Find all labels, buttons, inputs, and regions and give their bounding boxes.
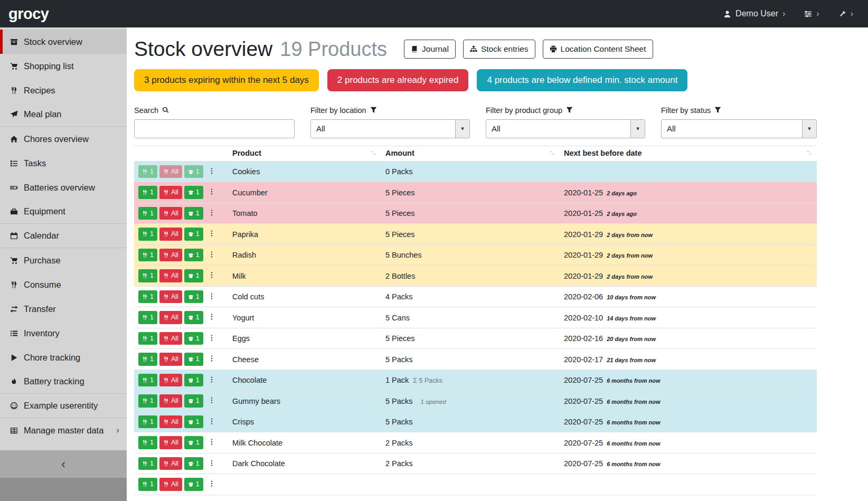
sidebar-item-chore-tracking[interactable]: Chore tracking xyxy=(0,345,127,370)
sidebar-item-calendar[interactable]: Calendar xyxy=(0,224,127,248)
sidebar-item-inventory[interactable]: Inventory xyxy=(0,321,127,345)
settings-menu[interactable] xyxy=(804,9,819,18)
consume-one-button[interactable]: 1 xyxy=(138,311,157,324)
consume-one-button[interactable]: 1 xyxy=(138,436,157,449)
row-menu-button[interactable] xyxy=(206,333,217,344)
row-menu-button[interactable] xyxy=(206,229,217,240)
row-menu-button[interactable] xyxy=(206,187,217,198)
sidebar-item-shopping-list[interactable]: Shopping list xyxy=(0,54,127,78)
sidebar-item-tasks[interactable]: Tasks xyxy=(0,151,127,175)
amount-column-header[interactable]: Amount xyxy=(381,146,560,161)
consume-one-button[interactable]: 1 xyxy=(138,165,157,178)
consume-one-button[interactable]: 1 xyxy=(138,478,157,491)
row-menu-button[interactable] xyxy=(206,208,217,219)
consume-one-button[interactable]: 1 xyxy=(138,374,157,387)
user-menu[interactable]: Demo User xyxy=(723,9,785,18)
search-input[interactable] xyxy=(134,119,295,138)
row-menu-button[interactable] xyxy=(206,166,217,177)
grocy-logo[interactable]: grocy xyxy=(8,5,49,23)
sidebar-item-manage-master-data[interactable]: Manage master data xyxy=(0,418,127,442)
utensils-icon xyxy=(163,294,169,300)
consume-one-button[interactable]: 1 xyxy=(138,290,157,304)
open-one-button[interactable]: 1 xyxy=(184,311,203,324)
consume-all-button[interactable]: All xyxy=(159,478,182,491)
row-menu-button[interactable] xyxy=(206,458,217,469)
row-menu-button[interactable] xyxy=(206,375,217,386)
consume-all-button[interactable]: All xyxy=(159,353,182,366)
consume-one-button[interactable]: 1 xyxy=(138,394,157,408)
consume-all-button[interactable]: All xyxy=(159,457,182,470)
row-menu-button[interactable] xyxy=(206,291,217,303)
consume-all-button[interactable]: All xyxy=(159,374,182,387)
consume-one-button[interactable]: 1 xyxy=(138,249,157,262)
consume-all-button[interactable]: All xyxy=(159,207,182,220)
open-one-button[interactable]: 1 xyxy=(184,394,203,408)
sidebar-item-equipment[interactable]: Equipment xyxy=(0,200,127,224)
consume-one-button[interactable]: 1 xyxy=(138,457,157,470)
sidebar-item-transfer[interactable]: Transfer xyxy=(0,297,127,321)
sidebar-item-meal-plan[interactable]: Meal plan xyxy=(0,102,127,127)
best-before-column-header[interactable]: Next best before date xyxy=(560,146,817,161)
consume-one-button[interactable]: 1 xyxy=(138,228,157,241)
open-one-button[interactable]: 1 xyxy=(184,478,203,491)
consume-one-button[interactable]: 1 xyxy=(138,332,157,345)
consume-all-button[interactable]: All xyxy=(159,394,182,408)
open-one-button[interactable]: 1 xyxy=(184,249,203,262)
consume-one-button[interactable]: 1 xyxy=(138,269,157,282)
sidebar-item-recipes[interactable]: Recipes xyxy=(0,78,127,102)
consume-all-button[interactable]: All xyxy=(159,332,182,345)
location-content-sheet-button[interactable]: Location Content Sheet xyxy=(543,40,653,59)
sidebar-item-purchase[interactable]: Purchase xyxy=(0,248,127,272)
row-menu-button[interactable] xyxy=(206,354,217,365)
open-one-button[interactable]: 1 xyxy=(184,353,203,366)
sidebar-item-stock-overview[interactable]: Stock overview xyxy=(0,30,127,54)
sidebar-collapse-button[interactable] xyxy=(0,450,127,478)
consume-one-button[interactable]: 1 xyxy=(138,207,157,220)
product-group-filter-select[interactable]: All xyxy=(486,120,645,138)
alert-expiring-soon[interactable]: 3 products expiring within the next 5 da… xyxy=(134,69,319,91)
consume-all-button[interactable]: All xyxy=(159,436,182,449)
row-menu-button[interactable] xyxy=(206,270,217,281)
status-filter-select[interactable]: All xyxy=(662,120,816,138)
open-one-button[interactable]: 1 xyxy=(184,228,203,241)
open-one-button[interactable]: 1 xyxy=(184,436,203,449)
open-one-button[interactable]: 1 xyxy=(184,269,203,282)
consume-all-button[interactable]: All xyxy=(159,249,182,262)
row-menu-button[interactable] xyxy=(206,479,217,490)
consume-one-button[interactable]: 1 xyxy=(138,415,157,429)
row-menu-button[interactable] xyxy=(206,437,217,448)
consume-all-button[interactable]: All xyxy=(159,415,182,429)
open-one-button[interactable]: 1 xyxy=(184,165,203,178)
open-one-button[interactable]: 1 xyxy=(184,415,203,429)
row-menu-button[interactable] xyxy=(206,417,217,428)
row-menu-button[interactable] xyxy=(206,250,217,261)
admin-menu[interactable] xyxy=(838,9,853,18)
open-one-button[interactable]: 1 xyxy=(184,186,203,199)
open-one-button[interactable]: 1 xyxy=(184,332,203,345)
sidebar-item-example-userentity[interactable]: Example userentity xyxy=(0,394,127,418)
stock-entries-button[interactable]: Stock entries xyxy=(463,40,535,59)
sidebar-item-battery-tracking[interactable]: Battery tracking xyxy=(0,370,127,394)
product-column-header[interactable]: Product xyxy=(228,146,381,161)
open-one-button[interactable]: 1 xyxy=(184,457,203,470)
consume-one-button[interactable]: 1 xyxy=(138,186,157,199)
sidebar-item-consume[interactable]: Consume xyxy=(0,272,127,297)
alert-expired[interactable]: 2 products are already expired xyxy=(327,69,469,91)
open-one-button[interactable]: 1 xyxy=(184,374,203,387)
consume-all-button[interactable]: All xyxy=(159,186,182,199)
journal-button[interactable]: Journal xyxy=(404,40,456,59)
consume-all-button[interactable]: All xyxy=(159,228,182,241)
consume-all-button[interactable]: All xyxy=(159,269,182,282)
location-filter-select[interactable]: All xyxy=(311,120,469,138)
consume-all-button[interactable]: All xyxy=(159,311,182,324)
alert-below-min-stock[interactable]: 4 products are below defined min. stock … xyxy=(477,69,687,91)
open-one-button[interactable]: 1 xyxy=(184,207,203,220)
sidebar-item-chores-overview[interactable]: Chores overview xyxy=(0,127,127,151)
open-one-button[interactable]: 1 xyxy=(184,290,203,304)
sidebar-item-batteries-overview[interactable]: Batteries overview xyxy=(0,175,127,200)
consume-all-button[interactable]: All xyxy=(159,165,182,178)
consume-all-button[interactable]: All xyxy=(159,290,182,304)
row-menu-button[interactable] xyxy=(206,395,217,407)
row-menu-button[interactable] xyxy=(206,312,217,323)
consume-one-button[interactable]: 1 xyxy=(138,353,157,366)
